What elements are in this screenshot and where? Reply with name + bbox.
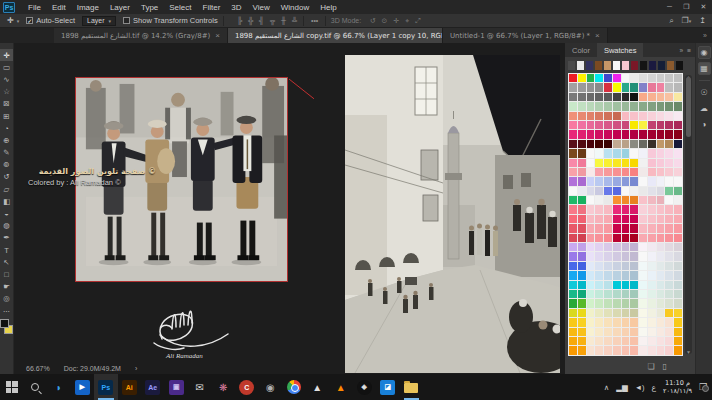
swatch[interactable] — [665, 252, 673, 260]
swatch[interactable] — [587, 234, 595, 242]
swatch[interactable] — [639, 234, 647, 242]
recent-swatch[interactable] — [568, 61, 575, 70]
notification-center-icon[interactable]: ❒ — [699, 382, 707, 392]
swatch[interactable] — [595, 93, 603, 101]
recent-swatch[interactable] — [577, 61, 584, 70]
swatch[interactable] — [657, 83, 665, 91]
swatch[interactable] — [648, 252, 656, 260]
swatch[interactable] — [569, 299, 577, 307]
swatch[interactable] — [657, 205, 665, 213]
swatch[interactable] — [648, 140, 656, 148]
swatch[interactable] — [622, 149, 630, 157]
swatch[interactable] — [674, 130, 682, 138]
swatch[interactable] — [595, 130, 603, 138]
swatch[interactable] — [648, 328, 656, 336]
swatch[interactable] — [639, 299, 647, 307]
swatch[interactable] — [639, 337, 647, 345]
swatch[interactable] — [639, 346, 647, 354]
swatch[interactable] — [665, 93, 673, 101]
swatch[interactable] — [622, 318, 630, 326]
menu-window[interactable]: Window — [276, 3, 314, 12]
swatch[interactable] — [578, 130, 586, 138]
swatch[interactable] — [613, 215, 621, 223]
swatch[interactable] — [630, 83, 638, 91]
mode-icon[interactable]: ✛ — [392, 17, 401, 25]
swatch[interactable] — [665, 205, 673, 213]
swatch[interactable] — [639, 74, 647, 82]
swatch[interactable] — [613, 196, 621, 204]
swatch[interactable] — [587, 215, 595, 223]
swatch[interactable] — [648, 83, 656, 91]
swatch[interactable] — [595, 224, 603, 232]
swatch[interactable] — [665, 196, 673, 204]
swatch[interactable] — [622, 346, 630, 354]
swatch[interactable] — [595, 187, 603, 195]
swatch[interactable] — [613, 290, 621, 298]
swatch[interactable] — [613, 252, 621, 260]
swatch[interactable] — [587, 318, 595, 326]
swatch[interactable] — [587, 149, 595, 157]
swatch[interactable] — [665, 74, 673, 82]
minimize-button[interactable]: ─ — [661, 3, 678, 11]
swatch[interactable] — [595, 140, 603, 148]
swatch[interactable] — [604, 271, 612, 279]
swatch[interactable] — [595, 337, 603, 345]
swatch[interactable] — [604, 102, 612, 110]
align-icon[interactable]: ╩ — [291, 17, 299, 24]
swatch[interactable] — [648, 234, 656, 242]
swatch[interactable] — [639, 271, 647, 279]
swatch[interactable] — [648, 177, 656, 185]
swatch[interactable] — [648, 205, 656, 213]
swatch[interactable] — [595, 309, 603, 317]
swatch[interactable] — [648, 290, 656, 298]
swatch[interactable] — [569, 196, 577, 204]
swatch[interactable] — [587, 159, 595, 167]
swatch[interactable] — [665, 309, 673, 317]
adjustments-panel-icon[interactable]: ◑ — [698, 118, 711, 131]
swatch[interactable] — [665, 130, 673, 138]
swatch[interactable] — [569, 83, 577, 91]
swatch[interactable] — [648, 215, 656, 223]
swatch[interactable] — [604, 328, 612, 336]
app-photoshop[interactable]: Ps — [94, 374, 118, 400]
swatch[interactable] — [604, 187, 612, 195]
swatch[interactable] — [595, 262, 603, 270]
swatch[interactable] — [639, 112, 647, 120]
swatch[interactable] — [569, 205, 577, 213]
menu-filter[interactable]: Filter — [198, 3, 226, 12]
swatch[interactable] — [630, 93, 638, 101]
swatch[interactable] — [674, 140, 682, 148]
swatch[interactable] — [595, 159, 603, 167]
swatch[interactable] — [622, 130, 630, 138]
swatch[interactable] — [613, 262, 621, 270]
share-icon[interactable]: ↥ — [699, 16, 706, 25]
color-swatches[interactable] — [0, 319, 13, 334]
align-icon[interactable]: ╠ — [236, 17, 244, 24]
swatch[interactable] — [578, 74, 586, 82]
swatch[interactable] — [674, 93, 682, 101]
swatch[interactable] — [604, 234, 612, 242]
swatch[interactable] — [578, 318, 586, 326]
swatch[interactable] — [569, 187, 577, 195]
swatch[interactable] — [578, 337, 586, 345]
swatch[interactable] — [595, 121, 603, 129]
swatch[interactable] — [665, 140, 673, 148]
swatch[interactable] — [674, 290, 682, 298]
swatches-scrollbar[interactable]: ▲ ▼ — [685, 75, 692, 354]
swatch[interactable] — [657, 318, 665, 326]
swatch[interactable] — [665, 121, 673, 129]
swatch[interactable] — [578, 177, 586, 185]
swatch[interactable] — [657, 140, 665, 148]
swatch[interactable] — [639, 205, 647, 213]
auto-select-checkbox[interactable]: ✓ — [26, 17, 33, 24]
swatch[interactable] — [587, 112, 595, 120]
swatch[interactable] — [595, 234, 603, 242]
swatch[interactable] — [595, 205, 603, 213]
shape-tool[interactable]: □ — [0, 268, 13, 280]
swatch[interactable] — [674, 159, 682, 167]
swatch[interactable] — [587, 83, 595, 91]
swatch[interactable] — [630, 299, 638, 307]
swatch[interactable] — [622, 215, 630, 223]
swatch[interactable] — [630, 290, 638, 298]
swatch[interactable] — [630, 196, 638, 204]
